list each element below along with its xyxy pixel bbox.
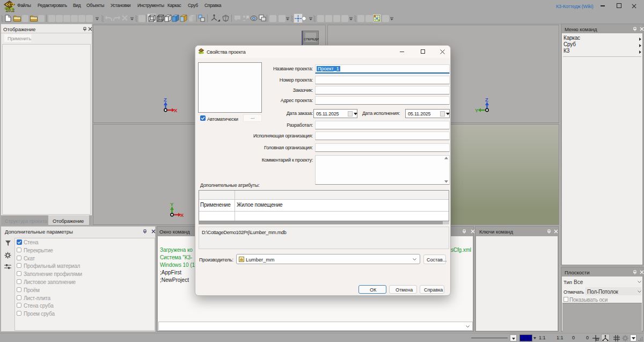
svg-text:X: X bbox=[174, 107, 178, 113]
svg-text:Z: Z bbox=[485, 97, 488, 103]
svg-text:<?: <? bbox=[200, 49, 203, 52]
svg-text:X: X bbox=[180, 212, 184, 217]
svg-text:Y: Y bbox=[475, 107, 479, 113]
svg-text:Y: Y bbox=[170, 201, 174, 207]
svg-text:Z: Z bbox=[164, 97, 167, 103]
svg-text:10.2: 10.2 bbox=[6, 8, 15, 12]
